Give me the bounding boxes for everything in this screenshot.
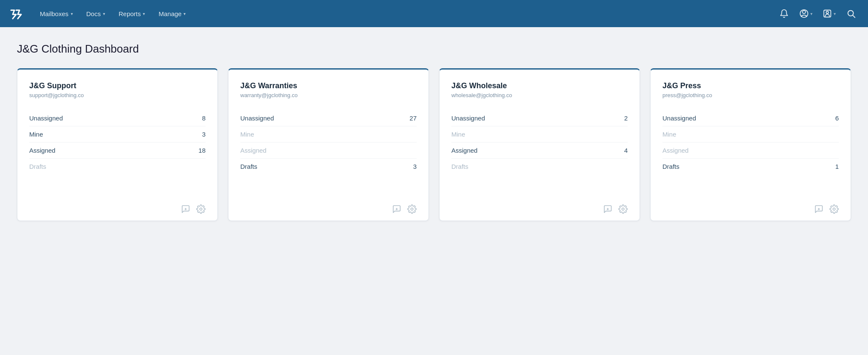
stat-row-support-2: Assigned 18 [29, 143, 206, 159]
search-button[interactable] [843, 5, 860, 22]
card-title: J&G Wholesale [451, 81, 628, 90]
svg-point-3 [826, 11, 829, 14]
nav-reports[interactable]: Reports ▾ [113, 7, 151, 21]
settings-gear-icon[interactable] [829, 204, 839, 214]
mailbox-card-press[interactable]: J&G Press press@jgclothing.co Unassigned… [650, 68, 851, 221]
stat-row-support-3: Drafts [29, 159, 206, 174]
stat-row-wholesale-1: Mine [451, 126, 628, 143]
card-email: support@jgclothing.co [29, 92, 206, 98]
stat-row-warranties-2: Assigned [240, 143, 417, 159]
stat-row-warranties-0: Unassigned 27 [240, 110, 417, 126]
stat-value: 3 [413, 163, 417, 170]
stat-label: Unassigned [29, 115, 63, 122]
stat-row-press-3: Drafts 1 [662, 159, 839, 174]
stat-label: Mine [451, 131, 465, 138]
main-nav: Mailboxes ▾ Docs ▾ Reports ▾ Manage ▾ [0, 0, 868, 27]
manage-chevron-icon: ▾ [184, 11, 186, 16]
svg-point-0 [802, 11, 805, 14]
nav-right-actions: ▾ ▾ [776, 5, 860, 22]
stat-label: Assigned [29, 147, 56, 154]
stat-row-wholesale-0: Unassigned 2 [451, 110, 628, 126]
stat-label: Drafts [29, 163, 46, 170]
svg-point-14 [622, 208, 624, 210]
stat-value: 3 [202, 131, 206, 138]
main-content: J&G Clothing Dashboard J&G Support suppo… [0, 27, 868, 236]
stat-label: Assigned [451, 147, 478, 154]
stat-label: Mine [240, 131, 254, 138]
user-avatar-chevron-icon: ▾ [834, 11, 836, 16]
settings-gear-icon[interactable] [407, 204, 417, 214]
stat-row-press-0: Unassigned 6 [662, 110, 839, 126]
card-title: J&G Support [29, 81, 206, 90]
stat-row-support-1: Mine 3 [29, 126, 206, 143]
stat-label: Mine [29, 131, 43, 138]
mailbox-cards-grid: J&G Support support@jgclothing.co Unassi… [17, 68, 851, 221]
stat-row-warranties-3: Drafts 3 [240, 159, 417, 174]
card-footer [240, 201, 417, 214]
support-avatar-chevron-icon: ▾ [810, 11, 812, 16]
card-email: warranty@jgclothing.co [240, 92, 417, 98]
card-title: J&G Warranties [240, 81, 417, 90]
reports-chevron-icon: ▾ [143, 11, 145, 16]
card-email: press@jgclothing.co [662, 92, 839, 98]
nav-mailboxes[interactable]: Mailboxes ▾ [34, 7, 79, 21]
stat-label: Assigned [240, 147, 267, 154]
app-logo[interactable] [8, 6, 24, 21]
card-stats: Unassigned 8 Mine 3 Assigned 18 Drafts [29, 110, 206, 193]
mailboxes-label: Mailboxes [40, 10, 69, 17]
stat-label: Drafts [662, 163, 679, 170]
compose-new-icon[interactable] [181, 204, 190, 214]
stat-label: Drafts [451, 163, 468, 170]
card-footer [451, 201, 628, 214]
svg-point-8 [200, 208, 202, 210]
stat-row-wholesale-2: Assigned 4 [451, 143, 628, 159]
card-stats: Unassigned 27 Mine Assigned Drafts 3 [240, 110, 417, 193]
stat-value: 2 [624, 115, 628, 122]
compose-new-icon[interactable] [603, 204, 612, 214]
card-title: J&G Press [662, 81, 839, 90]
page-title: J&G Clothing Dashboard [17, 42, 851, 56]
card-email: wholesale@jgclothing.co [451, 92, 628, 98]
stat-row-support-0: Unassigned 8 [29, 110, 206, 126]
mailbox-card-wholesale[interactable]: J&G Wholesale wholesale@jgclothing.co Un… [439, 68, 640, 221]
stat-row-wholesale-3: Drafts [451, 159, 628, 174]
nav-docs[interactable]: Docs ▾ [81, 7, 111, 21]
manage-label: Manage [159, 10, 181, 17]
stat-value: 4 [624, 147, 628, 154]
stat-label: Unassigned [240, 115, 274, 122]
nav-items: Mailboxes ▾ Docs ▾ Reports ▾ Manage ▾ [34, 7, 776, 21]
compose-new-icon[interactable] [392, 204, 401, 214]
stat-label: Unassigned [662, 115, 696, 122]
card-footer [29, 201, 206, 214]
docs-label: Docs [86, 10, 101, 17]
stat-label: Mine [662, 131, 676, 138]
svg-point-11 [411, 208, 413, 210]
stat-label: Assigned [662, 147, 689, 154]
settings-gear-icon[interactable] [196, 204, 206, 214]
svg-point-17 [833, 208, 835, 210]
compose-new-icon[interactable] [814, 204, 823, 214]
mailbox-card-warranties[interactable]: J&G Warranties warranty@jgclothing.co Un… [228, 68, 429, 221]
mailbox-card-support[interactable]: J&G Support support@jgclothing.co Unassi… [17, 68, 218, 221]
stat-row-press-2: Assigned [662, 143, 839, 159]
stat-label: Unassigned [451, 115, 485, 122]
stat-value: 8 [202, 115, 206, 122]
stat-label: Drafts [240, 163, 257, 170]
support-avatar-button[interactable]: ▾ [796, 5, 816, 22]
stat-value: 27 [409, 115, 417, 122]
notification-bell-button[interactable] [776, 5, 793, 22]
mailboxes-chevron-icon: ▾ [71, 11, 73, 16]
stat-row-press-1: Mine [662, 126, 839, 143]
reports-label: Reports [119, 10, 141, 17]
nav-manage[interactable]: Manage ▾ [153, 7, 192, 21]
svg-line-5 [853, 15, 855, 17]
card-stats: Unassigned 2 Mine Assigned 4 Drafts [451, 110, 628, 193]
settings-gear-icon[interactable] [618, 204, 628, 214]
stat-value: 1 [835, 163, 839, 170]
stat-value: 18 [198, 147, 206, 154]
stat-value: 6 [835, 115, 839, 122]
stat-row-warranties-1: Mine [240, 126, 417, 143]
user-avatar-button[interactable]: ▾ [819, 5, 839, 22]
card-footer [662, 201, 839, 214]
docs-chevron-icon: ▾ [103, 11, 105, 16]
